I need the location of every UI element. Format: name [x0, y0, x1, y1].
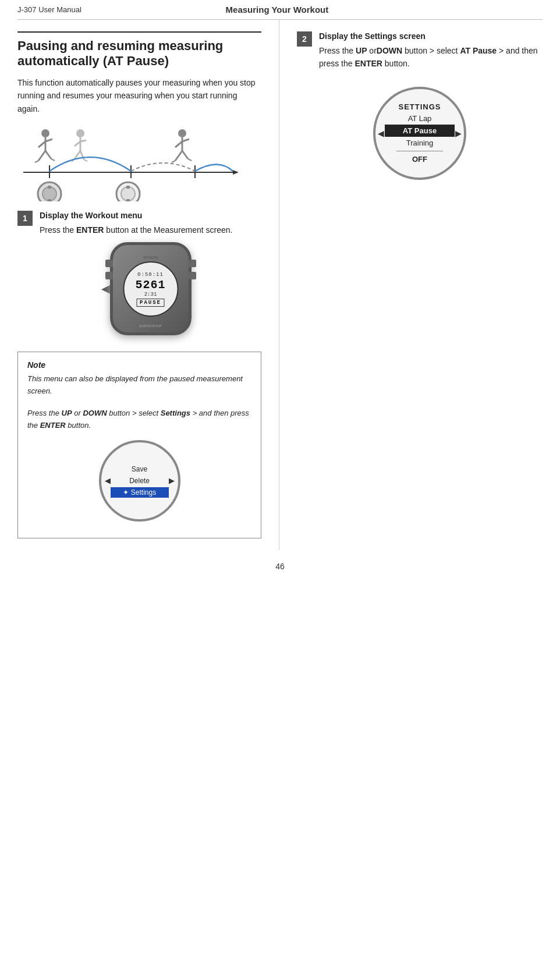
- svg-line-22: [172, 161, 175, 162]
- svg-rect-35: [126, 186, 130, 189]
- watch-brand: EPSON: [143, 256, 158, 260]
- svg-line-11: [80, 140, 86, 141]
- note-box: Note This menu can also be displayed fro…: [17, 352, 261, 538]
- menu-settings-header: SETTINGS: [385, 101, 455, 112]
- watch-display: ◀◀ EPSON 0:50:11: [101, 242, 200, 335]
- running-illustration: [17, 126, 244, 201]
- section-heading: Pausing and resuming measuring automatic…: [17, 38, 261, 69]
- svg-line-7: [51, 159, 55, 161]
- svg-marker-25: [233, 170, 239, 175]
- svg-point-16: [178, 129, 186, 137]
- svg-rect-31: [48, 186, 51, 189]
- note-menu-settings: ✦ Settings: [111, 487, 169, 498]
- watch-btn-left-bottom: [105, 272, 113, 279]
- page-header: J-307 User Manual Measuring Your Workout: [0, 0, 560, 19]
- note-circle-menu: ◀ ▶ Save Delete ✦ Settings: [99, 440, 180, 522]
- settings-label: Settings: [131, 488, 156, 497]
- note-menu-delete: Delete: [111, 476, 169, 486]
- page-content: Pausing and resuming measuring automatic…: [0, 20, 560, 550]
- section-title-header: Measuring Your Workout: [81, 5, 473, 15]
- svg-point-30: [42, 187, 56, 201]
- svg-line-15: [84, 159, 87, 161]
- svg-point-34: [121, 187, 135, 201]
- watch-label-event: EVENT/STOP: [140, 324, 162, 328]
- left-column: Pausing and resuming measuring automatic…: [0, 20, 279, 550]
- svg-line-6: [35, 161, 38, 162]
- step-2-desc: Press the UP orDOWN button > select AT P…: [319, 44, 543, 70]
- step-1-number: 1: [17, 211, 33, 226]
- menu-off: OFF: [385, 153, 455, 165]
- svg-rect-32: [48, 199, 51, 201]
- step-2-box: 2 Display the Settings screen Press the …: [297, 31, 543, 76]
- step-1-title: Display the Workout menu: [40, 211, 261, 220]
- note-text-2: Press the UP or DOWN button > select Set…: [27, 407, 251, 432]
- watch-pause-label: PAUSE: [137, 299, 164, 307]
- running-diagram-svg: [17, 126, 244, 201]
- svg-point-0: [41, 129, 49, 137]
- manual-title: J-307 User Manual: [17, 5, 81, 14]
- step-2-content: Display the Settings screen Press the UP…: [319, 31, 543, 76]
- svg-point-8: [76, 129, 84, 137]
- svg-line-5: [45, 151, 51, 159]
- watch-big-number: 5261: [135, 278, 165, 292]
- watch-body: EPSON 0:50:11 5261 2: [110, 242, 192, 335]
- settings-circle-menu: ◀ ▶ SETTINGS AT Lap AT Pause Training OF…: [373, 87, 466, 180]
- svg-line-3: [45, 139, 52, 141]
- note-title: Note: [27, 360, 251, 370]
- watch-time: 0:50:11: [137, 272, 164, 278]
- section-description: This function automatically pauses your …: [17, 76, 261, 115]
- step-1-box: 1 Display the Workout menu Press the ENT…: [17, 211, 261, 341]
- note-circle-inner: Save Delete ✦ Settings: [105, 464, 175, 498]
- menu-training: Training: [385, 137, 455, 149]
- svg-line-21: [182, 151, 188, 159]
- menu-at-pause: AT Pause: [385, 125, 455, 137]
- right-column: 2 Display the Settings screen Press the …: [279, 20, 560, 550]
- watch-screen: 0:50:11 5261 2:31 PAUSE: [123, 261, 178, 317]
- step-1-content: Display the Workout menu Press the ENTER…: [40, 211, 261, 341]
- svg-line-2: [38, 141, 45, 147]
- svg-line-4: [38, 151, 45, 161]
- svg-line-19: [182, 139, 189, 141]
- watch-btn-middle: [189, 272, 196, 279]
- note-text-1: This menu can also be displayed from the…: [27, 373, 251, 398]
- svg-line-18: [175, 141, 182, 147]
- page-number: 46: [0, 550, 560, 577]
- svg-rect-36: [126, 199, 130, 201]
- step-1-desc: Press the ENTER button at the Measuremen…: [40, 224, 261, 236]
- menu-at-lap: AT Lap: [385, 112, 455, 125]
- watch-btn-top: [189, 260, 196, 267]
- svg-line-23: [188, 159, 192, 161]
- step-2-title: Display the Settings screen: [319, 31, 543, 41]
- step-2-number: 2: [297, 31, 312, 47]
- section-title-bar: Pausing and resuming measuring automatic…: [17, 31, 261, 69]
- watch-sub-number: 2:31: [144, 292, 157, 297]
- note-menu-save: Save: [111, 464, 169, 474]
- settings-icon: ✦: [123, 488, 129, 497]
- watch-btn-left-top: [105, 260, 113, 267]
- circle-menu-inner: SETTINGS AT Lap AT Pause Training OFF: [375, 101, 464, 165]
- svg-line-20: [175, 151, 182, 161]
